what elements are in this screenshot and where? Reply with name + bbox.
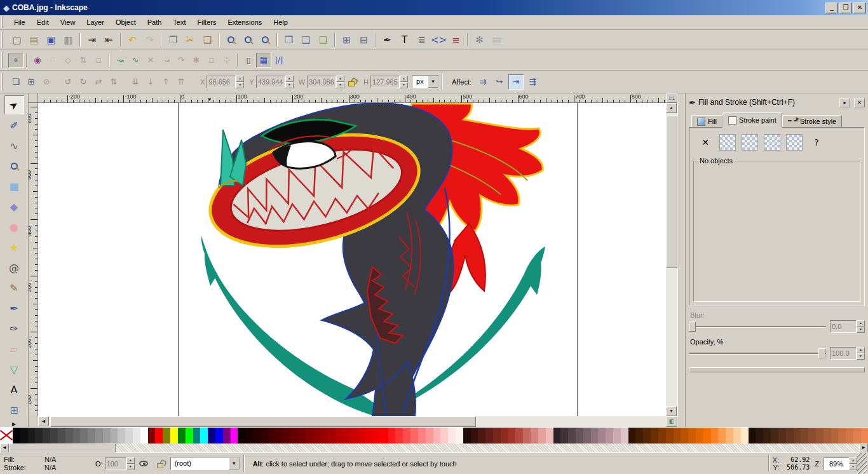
palette-swatch[interactable] (508, 428, 516, 444)
palette-scroll-thumb[interactable] (9, 444, 116, 452)
no-paint-button[interactable]: ✕ (697, 134, 714, 151)
palette-swatch[interactable] (538, 428, 546, 444)
palette-swatch[interactable] (493, 428, 501, 444)
snap-bbox-corners-icon[interactable]: ◇ (60, 53, 76, 68)
menu-layer[interactable]: Layer (81, 17, 110, 28)
palette-swatch[interactable] (576, 428, 583, 444)
layers-dialog-icon[interactable]: ≣ (413, 31, 430, 48)
move-patterns-toggle[interactable]: ↪ (492, 74, 507, 90)
palette-swatch[interactable] (778, 428, 786, 444)
palette-swatch[interactable] (283, 428, 290, 444)
opacity-spin-down[interactable]: ▼ (857, 353, 865, 360)
menu-path[interactable]: Path (142, 17, 168, 28)
paint-bucket-tool[interactable]: ▽ (4, 360, 24, 379)
flat-color-button[interactable] (719, 134, 736, 151)
snap-object-centers-icon[interactable]: ▫ (204, 53, 219, 68)
toolbox-overflow-icon[interactable]: ▶ (12, 421, 16, 427)
fill-stroke-indicator[interactable]: Fill:N/A Stroke:N/A (1, 456, 95, 471)
palette-swatch[interactable] (238, 428, 245, 444)
palette-swatch[interactable] (711, 428, 719, 444)
command-toolbar-handle[interactable] (1, 32, 6, 47)
palette-swatch[interactable] (733, 428, 741, 444)
palette-swatch[interactable] (65, 428, 73, 444)
deselect-icon[interactable]: ⊘ (39, 74, 54, 90)
palette-swatch[interactable] (523, 428, 531, 444)
palette-swatch[interactable] (749, 428, 756, 444)
menu-view[interactable]: View (55, 17, 81, 28)
unknown-paint-button[interactable]: ? (808, 134, 825, 151)
palette-swatch[interactable] (261, 428, 268, 444)
blur-spin-up[interactable]: ▲ (857, 320, 865, 327)
palette-swatch[interactable] (794, 428, 801, 444)
panel-close-button[interactable]: ✕ (854, 98, 865, 107)
text-dialog-icon[interactable]: T (396, 31, 413, 48)
rotate-cw-icon[interactable]: ↻ (76, 74, 91, 90)
palette-swatch[interactable] (200, 428, 208, 444)
move-gradients-toggle[interactable]: ⇉ (475, 74, 491, 90)
palette-swatch[interactable] (448, 428, 456, 444)
palette-swatch[interactable] (463, 428, 471, 444)
eraser-tool[interactable]: ▱ (4, 339, 24, 358)
zoom-input[interactable] (824, 457, 849, 470)
blur-input[interactable] (830, 320, 857, 333)
palette-swatch[interactable] (73, 428, 81, 444)
snap-page-border-icon[interactable]: ▯ (241, 53, 256, 68)
palette-swatch[interactable] (861, 428, 868, 444)
palette-swatch[interactable] (336, 428, 343, 444)
h-spin-down[interactable]: ▼ (400, 82, 408, 88)
palette-swatch[interactable] (268, 428, 276, 444)
tab-stroke-style[interactable]: Stroke style (782, 115, 842, 128)
select-all-icon[interactable]: ❏ (8, 74, 24, 90)
snap-bbox-centers-icon[interactable]: ▫ (91, 53, 106, 68)
snap-rotation-centers-icon[interactable]: ⊹ (219, 53, 234, 68)
h-input[interactable] (370, 76, 400, 88)
y-spin-down[interactable]: ▼ (285, 82, 294, 88)
calligraphy-tool[interactable]: ✑ (4, 319, 24, 338)
palette-swatch[interactable] (245, 428, 253, 444)
palette-swatch[interactable] (290, 428, 298, 444)
snap-bbox-icon[interactable]: ◉ (30, 53, 45, 68)
palette-swatch[interactable] (418, 428, 426, 444)
vertical-ruler[interactable]: 600500400300200100 (29, 103, 38, 416)
snap-toolbar-handle[interactable] (1, 52, 6, 67)
palette-swatch[interactable] (133, 428, 140, 444)
snap-nodes-icon[interactable]: ↝ (112, 53, 128, 68)
palette-scroll-right-icon[interactable]: ▶ (859, 444, 868, 452)
palette-swatch[interactable] (358, 428, 365, 444)
ungroup-icon[interactable]: ⊟ (355, 31, 372, 48)
save-document-icon[interactable]: ▣ (43, 31, 60, 48)
ellipse-tool[interactable]: ● (4, 217, 24, 236)
duplicate-icon[interactable]: ❐ (280, 31, 297, 48)
palette-swatch[interactable] (703, 428, 711, 444)
palette-swatch[interactable] (155, 428, 163, 444)
snap-guides-icon[interactable]: |∕| (271, 53, 287, 68)
raise-icon[interactable]: ↑ (158, 74, 173, 90)
palette-swatch[interactable] (478, 428, 485, 444)
pen-tool[interactable]: ✒ (4, 299, 24, 318)
palette-swatch[interactable] (456, 428, 463, 444)
palette-swatch[interactable] (786, 428, 794, 444)
palette-swatch[interactable] (471, 428, 478, 444)
move-corners-toggle[interactable]: ⇶ (525, 74, 540, 90)
palette-swatch[interactable] (771, 428, 778, 444)
lower-icon[interactable]: ↓ (143, 74, 158, 90)
menu-file[interactable]: File (8, 17, 31, 28)
spiral-tool[interactable]: @ (4, 258, 24, 277)
horizontal-ruler[interactable]: -200-1000100200300400500600700800▾ (38, 93, 666, 103)
minimize-button[interactable]: _ (825, 3, 838, 13)
palette-swatch[interactable] (583, 428, 591, 444)
panel-shade-button[interactable]: ▸ (839, 98, 850, 107)
palette-swatch[interactable] (193, 428, 201, 444)
blur-spin-down[interactable]: ▼ (857, 327, 865, 333)
palette-swatch[interactable] (681, 428, 688, 444)
pattern-button[interactable] (786, 134, 803, 151)
palette-swatch[interactable] (58, 428, 65, 444)
copy-icon[interactable]: ❐ (165, 31, 182, 48)
xml-editor-icon[interactable]: <> (430, 31, 447, 48)
rectangle-tool[interactable]: ■ (4, 177, 24, 196)
palette-swatch[interactable] (403, 428, 410, 444)
palette-swatch[interactable] (635, 428, 643, 444)
palette-swatch[interactable] (163, 428, 170, 444)
palette-swatch[interactable] (515, 428, 523, 444)
x-input[interactable] (207, 76, 236, 88)
